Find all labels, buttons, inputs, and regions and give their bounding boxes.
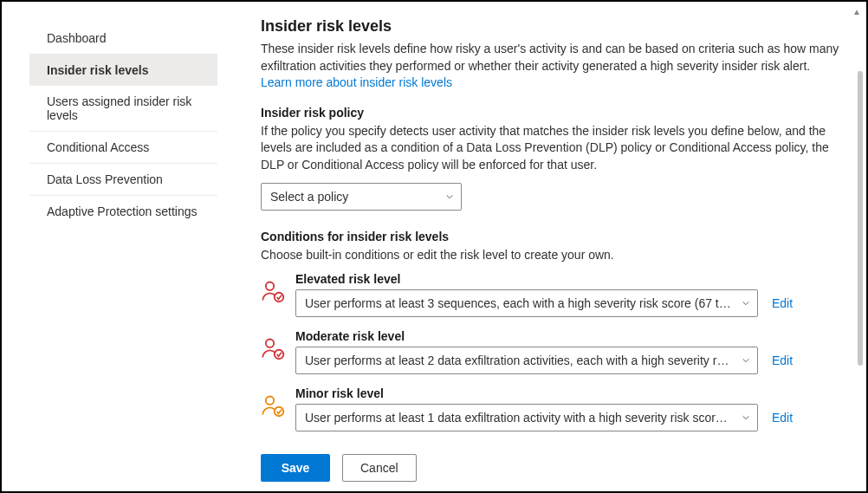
cancel-button[interactable]: Cancel xyxy=(342,454,417,482)
chevron-down-icon xyxy=(445,189,454,204)
edit-link-moderate[interactable]: Edit xyxy=(772,354,793,367)
risk-select-value: User performs at least 3 sequences, each… xyxy=(305,296,753,310)
sidebar-item-dashboard[interactable]: Dashboard xyxy=(29,23,217,55)
svg-point-2 xyxy=(266,340,274,347)
main-scroll-area: Insider risk levels These insider risk l… xyxy=(261,17,847,433)
risk-body: Minor risk level User performs at least … xyxy=(295,386,840,431)
policy-section-description: If the policy you specify detects user a… xyxy=(261,123,840,174)
page-description: These insider risk levels define how ris… xyxy=(261,41,840,92)
risk-body: Moderate risk level User performs at lea… xyxy=(295,329,840,374)
policy-select-value: Select a policy xyxy=(270,190,348,204)
risk-row-moderate: Moderate risk level User performs at lea… xyxy=(261,329,840,374)
sidebar-item-data-loss-prevention[interactable]: Data Loss Prevention xyxy=(29,164,217,196)
risk-label-moderate: Moderate risk level xyxy=(295,329,840,343)
risk-select-row: User performs at least 3 sequences, each… xyxy=(295,289,840,317)
page-description-text: These insider risk levels define how ris… xyxy=(261,42,839,73)
policy-select[interactable]: Select a policy xyxy=(261,183,462,211)
page-title: Insider risk levels xyxy=(261,17,840,36)
sidebar-item-conditional-access[interactable]: Conditional Access xyxy=(29,132,217,164)
risk-label-elevated: Elevated risk level xyxy=(295,272,840,286)
sidebar-item-adaptive-protection[interactable]: Adaptive Protection settings xyxy=(29,196,217,227)
conditions-description: Choose built-in conditions or edit the r… xyxy=(261,247,840,264)
learn-more-link[interactable]: Learn more about insider risk levels xyxy=(261,75,452,89)
risk-select-value: User performs at least 1 data exfiltrati… xyxy=(305,411,758,425)
edit-link-minor[interactable]: Edit xyxy=(772,411,793,425)
sidebar-item-insider-risk-levels[interactable]: Insider risk levels xyxy=(29,55,217,86)
svg-point-3 xyxy=(275,350,284,360)
conditions-section: Conditions for insider risk levels Choos… xyxy=(261,230,840,432)
risk-select-minor[interactable]: User performs at least 1 data exfiltrati… xyxy=(295,404,758,431)
svg-point-4 xyxy=(266,397,274,405)
risk-select-moderate[interactable]: User performs at least 2 data exfiltrati… xyxy=(295,347,758,374)
edit-link-elevated[interactable]: Edit xyxy=(772,296,793,310)
risk-row-minor: Minor risk level User performs at least … xyxy=(261,386,840,431)
main-content: ▲ Insider risk levels These insider risk… xyxy=(228,2,866,491)
risk-select-row: User performs at least 1 data exfiltrati… xyxy=(295,404,840,431)
chevron-down-icon xyxy=(738,410,750,425)
svg-point-0 xyxy=(266,282,274,290)
conditions-title: Conditions for insider risk levels xyxy=(261,230,840,243)
person-risk-icon xyxy=(261,393,285,418)
sidebar-item-users-assigned[interactable]: Users assigned insider risk levels xyxy=(29,86,217,132)
risk-select-value: User performs at least 2 data exfiltrati… xyxy=(305,354,758,367)
chevron-down-icon xyxy=(738,353,750,368)
risk-label-minor: Minor risk level xyxy=(295,386,840,400)
person-risk-icon xyxy=(261,336,285,360)
button-bar: Save Cancel xyxy=(261,444,847,491)
svg-point-5 xyxy=(275,407,284,417)
risk-body: Elevated risk level User performs at lea… xyxy=(295,272,840,317)
policy-section-title: Insider risk policy xyxy=(261,106,840,120)
save-button[interactable]: Save xyxy=(261,454,330,482)
risk-select-elevated[interactable]: User performs at least 3 sequences, each… xyxy=(295,289,758,317)
person-risk-icon xyxy=(261,279,285,303)
sidebar-list: Dashboard Insider risk levels Users assi… xyxy=(2,23,228,227)
svg-point-1 xyxy=(275,293,284,302)
chevron-down-icon xyxy=(738,295,750,311)
sidebar: Dashboard Insider risk levels Users assi… xyxy=(2,2,228,491)
risk-select-row: User performs at least 2 data exfiltrati… xyxy=(295,347,840,374)
scroll-up-icon[interactable]: ▲ xyxy=(852,7,861,16)
scrollbar[interactable] xyxy=(858,71,863,366)
risk-row-elevated: Elevated risk level User performs at lea… xyxy=(261,272,840,317)
